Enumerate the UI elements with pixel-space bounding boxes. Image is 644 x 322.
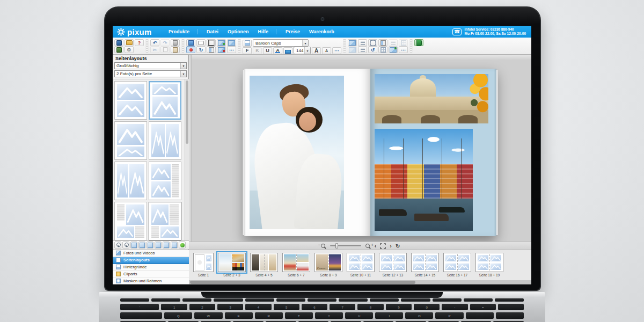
book-photo-nyhavn[interactable] [375, 129, 473, 231]
page-thumbnail-6[interactable]: Seite 10 + 11 [347, 253, 375, 277]
add-photo-icon[interactable] [217, 39, 226, 46]
page-thumbnail-4[interactable]: Seite 6 + 7 [282, 253, 310, 277]
photos-per-page-dropdown[interactable]: 2 Foto(s) pro Seite ▾ [114, 70, 187, 77]
layout-filter-3-icon[interactable] [147, 241, 153, 248]
select-tool-icon[interactable] [186, 39, 195, 46]
pixum-logo[interactable]: pixum [113, 28, 169, 36]
page-thumbnail-2[interactable]: Seite 2 + 3 [218, 253, 246, 277]
more-text-icon[interactable]: ⋯ [332, 47, 341, 54]
more-edit-icon[interactable]: ⋯ [227, 46, 236, 53]
page-thumbnail-10[interactable]: Seite 18 + 19 [475, 253, 503, 277]
page-thumbnail-1[interactable]: Seite 1 [193, 253, 214, 277]
font-increase-button[interactable]: A [312, 47, 321, 54]
sidebar-item-seitenlayouts[interactable]: Seitenlayouts [113, 257, 189, 264]
layout-filter-6-icon[interactable] [171, 241, 178, 248]
sidebar-item-fotos-und-videos[interactable]: Fotos und Videos [113, 250, 189, 257]
delete-icon[interactable] [171, 39, 180, 46]
layout-zoom-out-icon[interactable] [114, 241, 121, 248]
arrange-front-icon[interactable] [348, 39, 357, 46]
open-project-icon[interactable] [125, 39, 134, 46]
import-icon[interactable] [114, 46, 123, 53]
layout-thumbnail-2[interactable] [149, 81, 181, 120]
arrange-back-icon[interactable] [348, 46, 357, 53]
layout-thumbnail-6[interactable] [149, 162, 181, 200]
group-icon[interactable] [368, 39, 377, 46]
zoom-in-icon[interactable]: + [365, 243, 371, 249]
align-center-icon[interactable] [358, 46, 367, 53]
settings-icon[interactable]: ⚙ [125, 46, 134, 53]
layout-thumbnail-8[interactable] [149, 202, 181, 240]
layout-thumbnail-5[interactable] [114, 162, 147, 200]
sidebar-item-masken-und-rahmen[interactable]: Masken und Rahmen [113, 277, 189, 284]
save-icon[interactable] [114, 39, 123, 46]
cut-icon[interactable]: ✂ [150, 46, 159, 53]
page-thumbnail-9[interactable]: Seite 16 + 17 [443, 253, 471, 277]
table-icon[interactable] [378, 46, 387, 53]
text-color-button[interactable]: A [273, 47, 282, 54]
zoom-slider-knob[interactable] [335, 243, 338, 248]
fit-to-screen-icon[interactable] [380, 243, 386, 249]
layout-filter-4-icon[interactable] [155, 241, 162, 248]
font-icon[interactable] [243, 40, 252, 47]
layouts-scrollbar[interactable] [185, 79, 189, 240]
underline-button[interactable]: U [263, 47, 272, 54]
redo-icon[interactable]: ↷ [160, 39, 170, 46]
page-thumbnail-5[interactable]: ForeverSeite 8 + 9 [314, 253, 342, 277]
page-thumbnail-8[interactable]: Seite 14 + 15 [411, 253, 439, 277]
font-size-select[interactable]: 144▾ [294, 47, 311, 54]
layout-zoom-in-icon[interactable] [122, 241, 129, 248]
editor-canvas[interactable] [189, 55, 531, 241]
help-icon[interactable]: ? [135, 39, 144, 46]
menu-item-optionen[interactable]: Optionen [228, 29, 249, 34]
book-page-right[interactable] [370, 69, 496, 236]
paste-icon[interactable] [171, 46, 180, 53]
page-thumbnail-7[interactable]: Seite 12 + 13 [379, 253, 407, 277]
menu-item-preise[interactable]: Preise [286, 29, 300, 34]
sidebar-item-hintergr-nde[interactable]: Hintergründe [113, 264, 189, 271]
layout-thumbnail-4[interactable] [149, 121, 181, 160]
book-photo-couple[interactable] [250, 76, 344, 229]
previous-page-button[interactable]: ‹ [375, 243, 377, 248]
photo-effects-icon[interactable] [389, 46, 398, 53]
book-photo-rome[interactable] [375, 74, 488, 123]
italic-button[interactable]: K [253, 47, 262, 54]
menu-item-hilfe[interactable]: Hilfe [258, 29, 277, 34]
red-eye-icon[interactable] [186, 46, 195, 53]
zoom-slider[interactable] [330, 245, 361, 246]
rotate-left-icon[interactable]: ↺ [368, 46, 377, 53]
layout-filter-2-icon[interactable] [138, 241, 145, 248]
align-left-icon[interactable] [358, 39, 367, 46]
flip-horizontal-icon[interactable] [378, 39, 387, 46]
menu-item-datei[interactable]: Datei [207, 29, 218, 34]
distribute-icon[interactable] [389, 39, 398, 46]
text-box-icon[interactable] [196, 39, 206, 46]
menu-item-warenkorb[interactable]: Warenkorb [309, 29, 334, 34]
page-thumbnail-3[interactable]: Seite 4 + 5 [250, 253, 278, 277]
panel-splitter[interactable] [189, 55, 192, 241]
next-page-button[interactable]: › [390, 243, 392, 248]
font-decrease-button[interactable]: A [322, 47, 331, 54]
more-arrange-icon[interactable]: ⋯ [399, 46, 408, 53]
bold-button[interactable]: F [243, 47, 252, 54]
rotate-icon[interactable]: ↻ [196, 46, 206, 53]
crop-icon[interactable] [207, 39, 216, 46]
filmstrip-scrollbar[interactable] [189, 280, 531, 284]
rotate-view-icon[interactable]: ↻ [396, 243, 400, 249]
eco-layouts-icon[interactable] [179, 241, 186, 248]
layout-filter-5-icon[interactable] [163, 241, 170, 248]
book-page-left[interactable] [244, 69, 370, 236]
book-preview-icon[interactable] [414, 39, 423, 46]
zoom-out-icon[interactable]: − [320, 243, 326, 249]
layout-style-dropdown[interactable]: Großflächig ▾ [114, 62, 187, 69]
layout-filter-1-icon[interactable] [130, 241, 137, 248]
layout-thumbnail-1[interactable] [114, 81, 147, 120]
layout-thumbnail-3[interactable] [114, 121, 147, 160]
layout-thumbnail-7[interactable] [114, 202, 147, 240]
grid-icon[interactable] [399, 39, 408, 46]
replace-photo-icon[interactable] [227, 39, 236, 46]
flip-icon[interactable] [207, 46, 216, 53]
remove-photo-icon[interactable] [217, 46, 226, 53]
copy-icon[interactable] [160, 46, 170, 53]
highlight-color-button[interactable] [283, 47, 292, 54]
menu-item-produkte[interactable]: Produkte [169, 29, 197, 34]
